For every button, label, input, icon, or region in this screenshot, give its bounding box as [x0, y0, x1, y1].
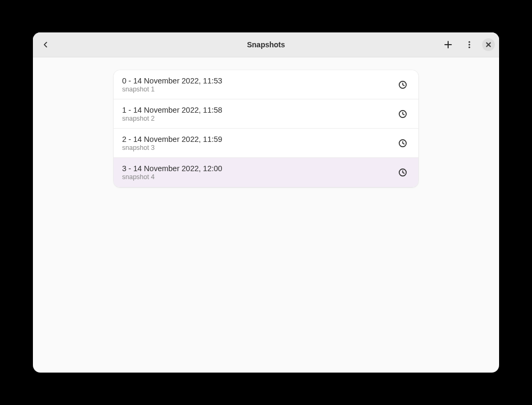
chevron-left-icon [42, 41, 49, 48]
clock-icon [397, 108, 408, 119]
header-left [37, 36, 54, 53]
snapshot-row-text: 2 - 14 November 2022, 11:59snapshot 3 [122, 135, 397, 151]
kebab-menu-icon [465, 40, 474, 49]
svg-point-3 [468, 44, 470, 45]
add-button[interactable] [440, 36, 457, 53]
snapshot-subtitle: snapshot 1 [122, 86, 397, 93]
header-right [440, 36, 495, 53]
snapshot-row-text: 3 - 14 November 2022, 12:00snapshot 4 [122, 164, 397, 181]
plus-icon [444, 40, 452, 49]
svg-point-2 [468, 41, 470, 43]
window: Snapshots [33, 32, 499, 373]
clock-icon [397, 167, 408, 178]
clock-icon [397, 138, 408, 148]
snapshot-title: 3 - 14 November 2022, 12:00 [122, 164, 397, 173]
snapshot-row[interactable]: 3 - 14 November 2022, 12:00snapshot 4 [114, 158, 418, 187]
snapshot-row[interactable]: 2 - 14 November 2022, 11:59snapshot 3 [114, 129, 418, 158]
close-button[interactable] [482, 38, 495, 51]
snapshot-row-text: 1 - 14 November 2022, 11:58snapshot 2 [122, 106, 397, 122]
snapshot-subtitle: snapshot 3 [122, 144, 397, 151]
snapshot-subtitle: snapshot 2 [122, 115, 397, 122]
snapshot-subtitle: snapshot 4 [122, 173, 397, 181]
close-icon [486, 42, 491, 47]
page-title: Snapshots [247, 40, 285, 49]
clock-icon [397, 79, 408, 90]
content-area: 0 - 14 November 2022, 11:53snapshot 11 -… [33, 57, 499, 373]
header-bar: Snapshots [33, 32, 499, 57]
snapshot-row[interactable]: 0 - 14 November 2022, 11:53snapshot 1 [114, 70, 418, 99]
snapshot-list: 0 - 14 November 2022, 11:53snapshot 11 -… [114, 70, 418, 187]
snapshot-title: 1 - 14 November 2022, 11:58 [122, 106, 397, 114]
back-button[interactable] [37, 36, 54, 53]
menu-button[interactable] [461, 36, 478, 53]
snapshot-title: 0 - 14 November 2022, 11:53 [122, 77, 397, 85]
snapshot-title: 2 - 14 November 2022, 11:59 [122, 135, 397, 144]
snapshot-row[interactable]: 1 - 14 November 2022, 11:58snapshot 2 [114, 99, 418, 129]
snapshot-row-text: 0 - 14 November 2022, 11:53snapshot 1 [122, 77, 397, 93]
svg-point-4 [468, 46, 470, 48]
